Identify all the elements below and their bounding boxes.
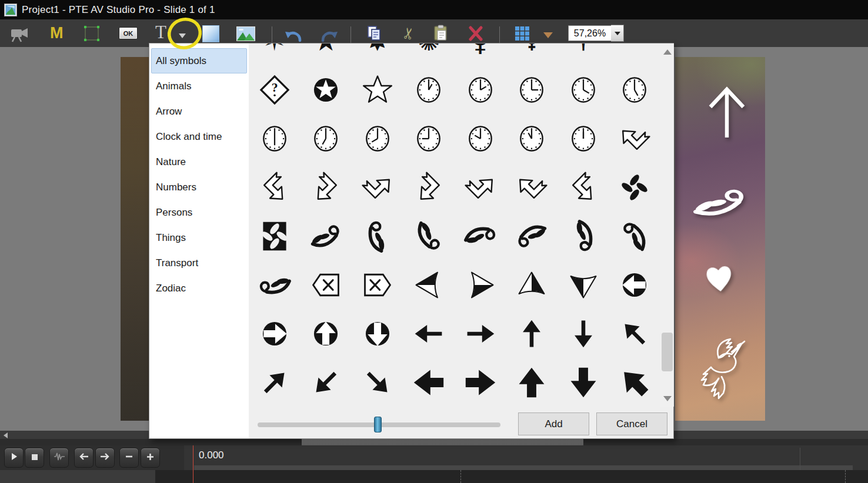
symbol-arrowhead-down[interactable]: [557, 260, 609, 309]
symbol-swash-ornament-2[interactable]: [352, 212, 403, 260]
sidebar-item-arrow[interactable]: Arrow: [151, 99, 247, 124]
symbol-arc-partial[interactable]: ◠: [609, 43, 661, 65]
undo-button[interactable]: [285, 26, 302, 42]
zoom-in-button[interactable]: [141, 448, 160, 468]
symbol-circle-arrow-down[interactable]: [352, 309, 403, 358]
symbol-curved-arrow-up-left[interactable]: [301, 163, 352, 212]
sidebar-item-zodiac[interactable]: Zodiac: [151, 276, 247, 301]
symbol-delete-right-symbol[interactable]: [352, 260, 403, 309]
symbol-arrow-down-left[interactable]: [301, 358, 352, 407]
scroll-down-icon[interactable]: [663, 396, 672, 401]
zoom-out-button[interactable]: [119, 448, 139, 468]
video-camera-icon[interactable]: [9, 25, 32, 43]
symbol-heavy-arrow-right[interactable]: [455, 358, 506, 407]
symbol-swash-ornament-4[interactable]: [455, 212, 506, 260]
symbol-delete-left-symbol[interactable]: [301, 260, 352, 309]
marker-tool-button[interactable]: M: [50, 24, 64, 42]
symbol-arrow-right[interactable]: [455, 309, 506, 358]
slide-dove-symbol[interactable]: [692, 336, 750, 407]
vscroll-thumb[interactable]: [662, 333, 673, 371]
symbol-arrow-down[interactable]: [557, 309, 609, 358]
symbol-curved-arrow-up-left-2[interactable]: [403, 163, 455, 212]
symbol-black-star-partial[interactable]: ★: [301, 43, 352, 65]
symbol-clock-3-oclock[interactable]: [506, 65, 558, 114]
cancel-button[interactable]: Cancel: [596, 412, 667, 435]
slide-heart-symbol[interactable]: [702, 260, 737, 296]
selection-frame-icon[interactable]: [82, 25, 101, 43]
grid-view-button[interactable]: [515, 26, 530, 41]
sidebar-item-numbers[interactable]: Numbers: [151, 175, 247, 200]
symbol-arrowhead-right[interactable]: [455, 260, 506, 309]
symbol-curved-arrow-down-right[interactable]: [249, 163, 301, 212]
symbol-clock-8-oclock[interactable]: [352, 114, 403, 163]
stop-button[interactable]: [25, 448, 44, 468]
delete-button[interactable]: [468, 26, 484, 41]
symbol-four-pointed-star-partial[interactable]: ✶: [249, 43, 301, 65]
scroll-up-icon[interactable]: [663, 49, 672, 55]
size-slider[interactable]: [258, 422, 500, 427]
symbol-curved-arrow-up-right-2[interactable]: [455, 163, 506, 212]
symbol-curved-arrow-down-left-2[interactable]: [506, 163, 558, 212]
waveform-button[interactable]: [49, 448, 69, 468]
symbol-diamond-question[interactable]: ?: [249, 65, 301, 114]
next-button[interactable]: [95, 448, 115, 468]
symbol-heavy-arrow-left[interactable]: [403, 358, 455, 407]
grid-dropdown[interactable]: [543, 32, 553, 38]
text-tool-button[interactable]: T: [155, 22, 166, 43]
image-tool-icon[interactable]: [236, 26, 255, 41]
symbol-sixteen-point-burst-partial[interactable]: ✺: [403, 43, 455, 65]
symbol-swash-ornament-7[interactable]: [609, 212, 661, 260]
text-tool-dropdown[interactable]: [179, 33, 186, 38]
sidebar-item-animals[interactable]: Animals: [151, 73, 247, 99]
symbol-clock-5-oclock[interactable]: [609, 65, 661, 114]
symbol-swash-ornament-3[interactable]: [403, 212, 455, 260]
zoom-dropdown-button[interactable]: [611, 25, 624, 42]
symbol-floret-pinwheel-inverse[interactable]: [249, 212, 301, 260]
symbol-curved-arrow-down-left[interactable]: [609, 114, 661, 163]
sidebar-item-nature[interactable]: Nature: [151, 149, 247, 175]
symbol-clock-6-oclock[interactable]: [249, 114, 301, 163]
slide-up-arrow-symbol[interactable]: [705, 83, 749, 140]
symbol-clock-9-oclock[interactable]: [403, 114, 455, 163]
symbol-burst-star-partial[interactable]: ✸: [352, 43, 403, 65]
symbol-heavy-arrow-down[interactable]: [557, 358, 609, 407]
symbol-clock-10-oclock[interactable]: [455, 114, 506, 163]
symbol-arrow-up-left[interactable]: [609, 309, 661, 358]
slide-swash-symbol[interactable]: [690, 183, 749, 224]
sidebar-item-things[interactable]: Things: [151, 225, 247, 250]
prev-button[interactable]: [74, 448, 94, 468]
symbol-circle-arrow-right[interactable]: [249, 309, 301, 358]
symbol-arrow-up-right[interactable]: [249, 358, 301, 407]
symbol-arrow-down-right[interactable]: [352, 358, 403, 407]
redo-button[interactable]: [321, 26, 338, 42]
slider-thumb[interactable]: [374, 417, 382, 432]
hscroll-thumb[interactable]: [302, 439, 583, 445]
symbol-swash-ornament-1[interactable]: [301, 212, 352, 260]
symbol-arrow-up[interactable]: [506, 309, 558, 358]
add-button[interactable]: Add: [518, 412, 589, 435]
symbol-clock-4-oclock[interactable]: [557, 65, 609, 114]
sidebar-item-all-symbols[interactable]: All symbols: [151, 48, 247, 73]
symbol-curved-arrow-up-right[interactable]: [352, 163, 403, 212]
symbol-trident-partial[interactable]: ♆: [506, 43, 558, 65]
symbol-heavy-arrow-up-left[interactable]: [609, 358, 661, 407]
paste-button[interactable]: [433, 25, 448, 41]
symbol-circled-white-star[interactable]: [301, 65, 352, 114]
symbol-clock-11-oclock[interactable]: [506, 114, 558, 163]
play-button[interactable]: [4, 448, 24, 468]
timeline-track[interactable]: [194, 465, 853, 470]
ok-button-tool[interactable]: OK: [119, 27, 138, 39]
zoom-level-field[interactable]: 57,26%: [568, 25, 612, 41]
grid-vscrollbar[interactable]: [660, 43, 674, 407]
symbol-circle-arrow-left[interactable]: [609, 260, 661, 309]
symbol-arrowhead-left[interactable]: [403, 260, 455, 309]
symbol-aries-partial[interactable]: ♈: [557, 43, 609, 65]
timeline-hscrollbar[interactable]: [0, 439, 868, 445]
cut-button[interactable]: ✂: [399, 26, 418, 42]
copy-button[interactable]: [366, 25, 382, 41]
sidebar-item-clock-and-time[interactable]: Clock and time: [151, 124, 247, 149]
symbol-swash-ornament-6[interactable]: [557, 212, 609, 260]
symbol-arrowhead-up[interactable]: [506, 260, 558, 309]
symbol-heavy-arrow-up[interactable]: [506, 358, 558, 407]
symbol-clock-12-oclock[interactable]: [557, 114, 609, 163]
